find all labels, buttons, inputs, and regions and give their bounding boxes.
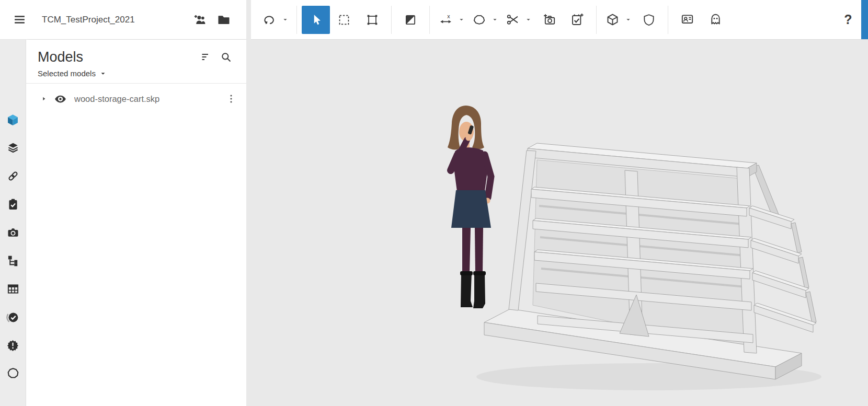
invert-selection-tool[interactable] [396,6,425,34]
clash-check-panel-button[interactable] [4,308,22,326]
3d-scene [246,40,868,406]
shield-mode-tool[interactable] [635,6,663,34]
toolbar-divider [296,6,297,34]
main-area: Models Selected models [0,40,868,406]
markup-cloud-tool-dropdown[interactable] [490,6,499,34]
project-folder-icon[interactable] [212,8,236,32]
views-cube-tool[interactable] [601,6,623,34]
todos-panel-button[interactable] [4,195,22,213]
toolbar-divider [668,6,668,34]
orbit-tool[interactable] [258,6,280,34]
help-glyph: ? [844,12,852,27]
markup-cloud-tool[interactable] [468,6,490,34]
snapshot-tool[interactable] [535,6,563,34]
app-window: TCM_TestProject_2021 [0,0,868,406]
hamburger-menu-icon[interactable] [7,8,31,32]
models-panel-title: Models [38,49,196,65]
project-header: TCM_TestProject_2021 [0,0,246,40]
models-filter-label: Selected models [38,69,96,78]
views-cube-tool-dropdown[interactable] [623,6,633,34]
kebab-menu-icon[interactable] [223,91,239,107]
top-bar: TCM_TestProject_2021 [0,0,868,40]
marquee-select-tool[interactable] [330,6,358,34]
help-button[interactable]: ? [835,6,861,34]
expand-caret-icon[interactable] [39,94,49,104]
model-list-item[interactable]: wood-storage-cart.skp [26,84,246,112]
links-panel-button[interactable] [4,167,22,185]
main-toolbar: x [251,0,868,40]
project-title: TCM_TestProject_2021 [42,15,188,25]
right-edge-accent[interactable] [861,0,868,39]
orbit-tool-dropdown[interactable] [280,6,290,34]
ghost-mode-tool[interactable] [701,6,729,34]
section-tool-dropdown[interactable] [523,6,533,34]
section-tool[interactable] [501,6,523,34]
issues-panel-button[interactable] [4,337,22,354]
presenter-mode-tool[interactable] [673,6,701,34]
header-toolbar-gap [246,0,251,40]
search-icon[interactable] [216,47,236,67]
select-tool[interactable] [302,6,330,34]
views-panel-button[interactable] [4,224,22,241]
sort-icon[interactable] [196,47,216,67]
chevron-down-icon [100,71,106,77]
add-collaborator-icon[interactable] [188,8,212,32]
svg-text:x: x [447,13,450,19]
models-panel-button[interactable] [4,111,22,129]
left-icon-sidebar [0,40,26,406]
models-filter-dropdown[interactable]: Selected models [38,69,236,78]
toolbar-divider [391,6,392,34]
create-todo-tool[interactable] [563,6,591,34]
3d-viewport[interactable] [246,40,868,406]
model-file-name: wood-storage-cart.skp [74,94,223,104]
markups-panel-button[interactable] [4,365,22,382]
measure-tool-dropdown[interactable] [456,6,466,34]
toolbar-divider [596,6,597,34]
toolbar-divider [429,6,430,34]
area-select-tool[interactable] [358,6,386,34]
measure-tool[interactable]: x [435,6,456,34]
layers-panel-button[interactable] [4,139,22,157]
visibility-eye-icon[interactable] [51,92,69,106]
models-panel: Models Selected models [26,40,246,406]
hierarchy-panel-button[interactable] [4,252,22,270]
tables-panel-button[interactable] [4,280,22,298]
models-panel-header: Models Selected models [26,40,246,84]
